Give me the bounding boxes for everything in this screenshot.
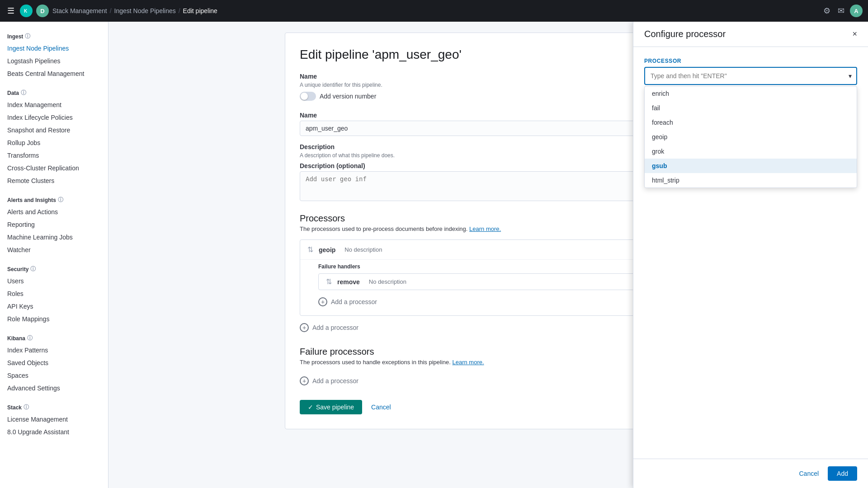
sidebar-item-index-patterns[interactable]: Index Patterns [0,344,108,357]
breadcrumb-sep-2: / [179,7,180,14]
failure-handlers-section: Failure handlers ⇅ remove No description… [300,259,676,315]
stack-info-icon[interactable]: ⓘ [24,404,29,411]
main-layout: Ingest ⓘ Ingest Node Pipelines Logstash … [0,0,868,488]
action-bar: ✓ Save pipeline Cancel [300,400,677,414]
failure-processor-desc: No description [369,278,406,285]
app-logo: K [20,5,33,17]
version-toggle-label: Add version number [320,93,376,100]
sidebar-section-data: Data ⓘ [0,85,108,99]
sidebar-item-cross-cluster-replication[interactable]: Cross-Cluster Replication [0,162,108,174]
description-field-label: Description (optional) [300,162,677,169]
sidebar-section-alerts: Alerts and Insights ⓘ [0,192,108,206]
edit-pipeline-form: Edit pipeline 'apm_user_geo' Name A uniq… [285,33,692,429]
email-icon[interactable]: ✉ [836,4,846,18]
dropdown-item-fail[interactable]: fail [645,101,857,115]
sidebar-item-roles[interactable]: Roles [0,287,108,300]
sidebar-item-saved-objects[interactable]: Saved Objects [0,357,108,369]
sidebar-item-remote-clusters[interactable]: Remote Clusters [0,174,108,187]
name-input[interactable] [300,121,677,136]
sidebar-item-alerts-actions[interactable]: Alerts and Actions [0,206,108,218]
failure-handlers-title: Failure handlers [318,263,669,270]
sidebar-item-watcher[interactable]: Watcher [0,244,108,256]
failure-processors-learn-more[interactable]: Learn more. [453,359,484,366]
processor-row-geoip: ⇅ geoip No description ✏ [300,240,676,259]
dropdown-item-enrich[interactable]: enrich [645,86,857,101]
dropdown-item-foreach[interactable]: foreach [645,115,857,130]
version-toggle-switch[interactable] [300,92,316,101]
processor-field-label: Processor [644,58,857,64]
sidebar-item-beats-central-management[interactable]: Beats Central Management [0,67,108,80]
sidebar-item-rollup-jobs[interactable]: Rollup Jobs [0,136,108,149]
add-failure-processor-label: Add a processor [331,298,377,305]
description-textarea[interactable] [300,171,677,201]
panel-footer: Cancel Add [633,459,868,488]
failure-processor-name: remove [337,278,360,286]
sidebar-item-users[interactable]: Users [0,275,108,287]
sidebar-section-security: Security ⓘ [0,262,108,275]
cancel-button[interactable]: Cancel [368,400,395,414]
add-failure-processors-icon: + [300,376,309,385]
sidebar-item-transforms[interactable]: Transforms [0,149,108,162]
dropdown-item-gsub[interactable]: gsub [645,159,857,173]
processor-name-geoip: geoip [319,246,335,253]
dropdown-item-geoip[interactable]: geoip [645,130,857,144]
user-avatar[interactable]: A [850,5,863,17]
dropdown-item-grok[interactable]: grok [645,144,857,159]
save-label: Save pipeline [316,404,354,411]
sidebar-section-ingest: Ingest ⓘ [0,29,108,42]
drag-handle-geoip[interactable]: ⇅ [307,245,313,254]
sidebar-item-index-lifecycle-policies[interactable]: Index Lifecycle Policies [0,111,108,124]
sidebar-item-license-management[interactable]: License Management [0,413,108,426]
alerts-info-icon[interactable]: ⓘ [58,196,63,204]
security-info-icon[interactable]: ⓘ [30,265,36,273]
failure-processors-section: Failure processors The processors used t… [300,347,677,389]
ingest-info-icon[interactable]: ⓘ [25,33,30,40]
name-hint: A unique identifier for this pipeline. [300,82,677,88]
processor-type-input[interactable] [644,67,857,85]
panel-cancel-button[interactable]: Cancel [795,466,822,481]
panel-header: Configure processor × [633,22,868,47]
breadcrumb-stack-management[interactable]: Stack Management [52,7,107,14]
sidebar-item-snapshot-restore[interactable]: Snapshot and Restore [0,124,108,136]
failure-processors-hint: The processors used to handle exceptions… [300,359,677,366]
description-hint: A description of what this pipeline does… [300,152,677,159]
processor-card-geoip: ⇅ geoip No description ✏ Failure handler… [300,239,677,316]
description-col: Description (optional) [300,162,677,202]
version-toggle-row: Add version number [300,92,677,101]
processors-learn-more[interactable]: Learn more. [469,225,501,232]
dropdown-item-html-strip[interactable]: html_strip [645,173,857,188]
gear-icon[interactable]: ⚙ [821,4,832,18]
sidebar-item-index-management[interactable]: Index Management [0,99,108,111]
description-field-wrapper: Description (optional) [300,162,677,202]
sidebar-item-spaces[interactable]: Spaces [0,369,108,382]
breadcrumb-sep-1: / [110,7,112,14]
add-failure-processor-button[interactable]: + Add a processor [318,294,377,310]
breadcrumb-current: Edit pipeline [183,7,217,14]
sidebar-item-upgrade-assistant[interactable]: 8.0 Upgrade Assistant [0,426,108,438]
save-pipeline-button[interactable]: ✓ Save pipeline [300,400,362,414]
sidebar-item-api-keys[interactable]: API Keys [0,300,108,313]
add-processor-button[interactable]: + Add a processor [300,319,359,336]
description-form-row: Description A description of what this p… [300,143,677,202]
sidebar-item-ingest-node-pipelines[interactable]: Ingest Node Pipelines [0,42,108,55]
processors-hint: The processors used to pre-process docum… [300,225,677,232]
add-failure-processors-button[interactable]: + Add a processor [300,373,359,389]
top-nav: ☰ K D Stack Management / Ingest Node Pip… [0,0,868,22]
sidebar-item-role-mappings[interactable]: Role Mappings [0,313,108,325]
drag-handle-remove[interactable]: ⇅ [326,277,332,286]
sidebar-item-ml-jobs[interactable]: Machine Learning Jobs [0,231,108,244]
configure-processor-panel: Configure processor × Processor ▾ enrich… [633,22,868,488]
add-processor-icon: + [300,323,309,332]
kibana-info-icon[interactable]: ⓘ [27,334,33,342]
panel-close-button[interactable]: × [852,29,857,39]
description-label: Description [300,143,677,150]
breadcrumb-ingest-node-pipelines[interactable]: Ingest Node Pipelines [114,7,176,14]
data-info-icon[interactable]: ⓘ [21,89,26,97]
panel-add-button[interactable]: Add [828,466,857,481]
name-field-label: Name [300,112,677,119]
sidebar-item-reporting[interactable]: Reporting [0,218,108,231]
add-failure-processor-icon: + [318,297,327,306]
sidebar-item-logstash-pipelines[interactable]: Logstash Pipelines [0,55,108,67]
sidebar-item-advanced-settings[interactable]: Advanced Settings [0,382,108,394]
hamburger-icon[interactable]: ☰ [5,4,16,18]
